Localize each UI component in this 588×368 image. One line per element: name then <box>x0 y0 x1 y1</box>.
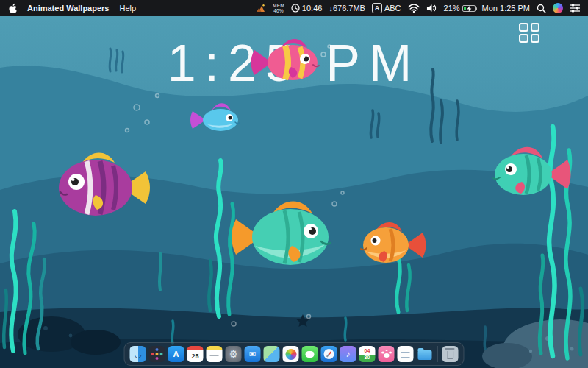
grid-widget-cell <box>531 23 540 32</box>
dock-trash[interactable] <box>442 346 459 362</box>
wifi-icon[interactable] <box>408 4 420 13</box>
app-menu-title[interactable]: Animated Wallpapers <box>27 4 109 13</box>
paw-icon <box>384 353 389 358</box>
screen: Animated Wallpapers Help MEM 40% 10:46 ↓… <box>0 0 588 368</box>
dock: ◡ A 25 ⚙ ✉ ♪ 04 30 <box>124 342 465 366</box>
input-source-icon: A <box>372 3 382 13</box>
notes-lines-icon <box>210 353 219 359</box>
compass-icon <box>324 349 334 359</box>
spotlight-search-icon[interactable] <box>537 4 546 13</box>
volume-icon[interactable] <box>426 4 437 13</box>
message-bubble-icon <box>306 351 315 358</box>
calendar-date: 25 <box>191 353 198 360</box>
uptime-status[interactable]: 10:46 <box>291 4 323 13</box>
charging-bolt-icon <box>467 6 472 12</box>
appstore-a-glyph: A <box>173 350 179 358</box>
menu-bar-status: MEM 40% 10:46 ↓676.7MB A ABC <box>249 0 581 16</box>
dock-folder[interactable] <box>417 346 433 362</box>
dock-mail[interactable]: ✉ <box>245 346 261 362</box>
dock-launchpad[interactable] <box>149 346 165 362</box>
grid-widget[interactable] <box>519 23 539 43</box>
folder-icon <box>417 350 431 360</box>
grid-widget-cell <box>519 23 528 32</box>
dock-day-calendar[interactable]: 04 30 <box>359 346 376 362</box>
battery-status[interactable]: 21% <box>444 4 476 13</box>
dock-settings[interactable]: ⚙ <box>226 346 242 362</box>
memory-status[interactable]: MEM 40% <box>273 3 284 13</box>
dock-divider <box>437 346 438 362</box>
mountain-app-icon[interactable] <box>256 4 266 13</box>
network-download-status[interactable]: ↓676.7MB <box>329 4 365 13</box>
input-source-status[interactable]: A ABC <box>372 3 401 13</box>
dock-music[interactable]: ♪ <box>340 346 356 362</box>
grid-widget-cell <box>531 34 540 43</box>
control-center-icon[interactable] <box>570 4 581 13</box>
clock-icon <box>291 4 300 13</box>
day-calendar-day: 30 <box>365 354 370 361</box>
dock-pet-app[interactable] <box>379 346 395 362</box>
dock-calendar[interactable]: 25 <box>187 346 204 362</box>
memory-value: 40% <box>273 8 284 13</box>
apple-menu-icon[interactable] <box>7 3 17 14</box>
menu-help[interactable]: Help <box>119 4 136 13</box>
finder-smile: ◡ <box>134 349 141 359</box>
battery-icon <box>462 5 476 12</box>
dock-textedit[interactable] <box>398 346 414 362</box>
dock-safari[interactable] <box>321 346 337 362</box>
dock-finder[interactable]: ◡ <box>130 346 146 362</box>
siri-icon[interactable] <box>553 3 563 13</box>
document-lines-icon <box>401 350 410 359</box>
dock-photos[interactable] <box>283 346 299 362</box>
dock-notes[interactable] <box>207 346 223 362</box>
grid-widget-cell <box>519 34 528 43</box>
battery-percent: 21% <box>444 4 460 13</box>
uptime-value: 10:46 <box>302 4 323 13</box>
menu-bar-left: Animated Wallpapers Help <box>7 0 146 16</box>
memory-label: MEM <box>273 3 284 8</box>
launchpad-dots-icon <box>156 353 159 355</box>
trash-icon <box>447 351 454 359</box>
dock-maps[interactable] <box>264 346 280 362</box>
menu-bar: Animated Wallpapers Help MEM 40% 10:46 ↓… <box>0 0 588 16</box>
menubar-clock[interactable]: Mon 1:25 PM <box>482 4 530 13</box>
envelope-icon: ✉ <box>249 350 256 359</box>
gear-icon: ⚙ <box>229 348 238 360</box>
wallpaper-scene: 1:25 PM <box>0 16 588 368</box>
music-note-icon: ♪ <box>346 349 351 359</box>
input-source-label: ABC <box>384 4 401 13</box>
day-calendar-month: 04 <box>365 347 370 354</box>
photos-wheel-icon <box>285 349 296 360</box>
dock-app-store[interactable]: A <box>168 346 184 362</box>
dock-messages[interactable] <box>302 346 318 362</box>
